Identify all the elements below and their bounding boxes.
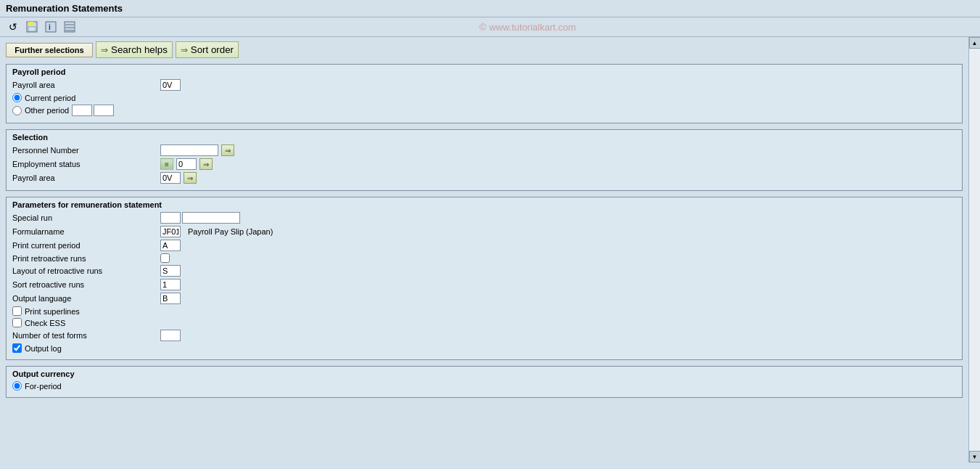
selection-payroll-area-label: Payroll area (12, 174, 157, 182)
current-period-row: Current period (12, 93, 956, 102)
print-retroactive-checkbox[interactable] (160, 253, 170, 263)
print-current-period-row: Print current period (12, 240, 956, 251)
employment-status-label: Employment status (12, 160, 157, 168)
output-log-row: Output log (12, 343, 956, 353)
special-run-row: Special run (12, 212, 956, 224)
for-period-row: For-period (12, 381, 956, 391)
sort-retroactive-input[interactable] (160, 279, 181, 290)
main-content: Further selections ⇒ Search helps ⇒ Sort… (0, 37, 980, 462)
employment-status-nav-icon[interactable]: ⇒ (199, 158, 213, 170)
check-ess-row: Check ESS (12, 318, 956, 327)
selection-header: Selection (12, 133, 956, 142)
other-period-row: Other period (12, 105, 956, 116)
personnel-number-label: Personnel Number (12, 146, 157, 155)
layout-retroactive-input[interactable] (160, 265, 181, 277)
print-superlines-checkbox[interactable] (12, 306, 22, 316)
scroll-area: Further selections ⇒ Search helps ⇒ Sort… (0, 37, 968, 462)
output-language-row: Output language (12, 293, 956, 304)
toolbar: ↺ i © www.tutorialkart.com (0, 17, 980, 37)
payroll-area-row: Payroll area (12, 79, 956, 91)
sort-retroactive-row: Sort retroactive runs (12, 279, 956, 290)
svg-rect-1 (28, 22, 34, 25)
employment-status-row: Employment status ≡ ⇒ (12, 158, 956, 170)
special-run-label: Special run (12, 213, 157, 222)
print-current-period-label: Print current period (12, 241, 157, 250)
svg-text:i: i (49, 23, 51, 31)
current-period-radio[interactable] (12, 93, 22, 102)
info-icon[interactable]: i (44, 20, 58, 34)
svg-rect-2 (28, 27, 36, 31)
layout-retroactive-row: Layout of retroactive runs (12, 265, 956, 277)
formularname-input[interactable] (160, 226, 181, 237)
output-log-label: Output log (25, 344, 62, 353)
svg-rect-3 (46, 22, 56, 32)
scroll-down-button[interactable]: ▼ (969, 451, 981, 462)
number-test-forms-input[interactable] (160, 330, 181, 341)
formularname-row: Formularname Payroll Pay Slip (Japan) (12, 226, 956, 237)
special-run-input2[interactable] (182, 212, 240, 224)
payroll-area-input[interactable] (160, 79, 181, 91)
payroll-period-section: Payroll period Payroll area Current peri… (6, 64, 963, 123)
button-row: Further selections ⇒ Search helps ⇒ Sort… (6, 41, 963, 58)
check-ess-label: Check ESS (25, 319, 65, 327)
print-retroactive-row: Print retroactive runs (12, 253, 956, 263)
for-period-radio[interactable] (12, 381, 22, 391)
personnel-number-row: Personnel Number ⇒ (12, 144, 956, 156)
print-superlines-label: Print superlines (25, 307, 80, 316)
payroll-period-header: Payroll period (12, 68, 956, 76)
other-period-input2[interactable] (94, 105, 114, 116)
scrollbar-right: ▲ ▼ (968, 37, 980, 462)
print-superlines-row: Print superlines (12, 306, 956, 316)
scrollbar-track[interactable] (969, 49, 980, 451)
watermark: © www.tutorialkart.com (479, 22, 576, 33)
formularname-label: Formularname (12, 227, 157, 236)
current-period-label: Current period (25, 94, 75, 102)
output-language-input[interactable] (160, 293, 181, 304)
back-icon[interactable]: ↺ (6, 20, 20, 34)
selection-payroll-area-input[interactable] (160, 172, 181, 184)
title-bar: Remuneration Statements (0, 0, 980, 17)
save-icon[interactable] (25, 20, 39, 34)
for-period-label: For-period (25, 382, 62, 391)
selection-section: Selection Personnel Number ⇒ Employment … (6, 129, 963, 191)
other-period-input1[interactable] (72, 105, 92, 116)
further-selections-button[interactable]: Further selections (6, 43, 93, 57)
output-currency-section: Output currency For-period (6, 366, 963, 398)
other-period-radio[interactable] (12, 106, 22, 115)
payroll-area-label: Payroll area (12, 81, 157, 89)
print-current-period-input[interactable] (160, 240, 181, 251)
output-language-label: Output language (12, 294, 157, 303)
output-currency-header: Output currency (12, 370, 956, 378)
employment-status-input[interactable] (176, 158, 197, 170)
sort-retroactive-label: Sort retroactive runs (12, 280, 157, 289)
parameters-header: Parameters for remuneration statement (12, 200, 956, 209)
layout-retroactive-label: Layout of retroactive runs (12, 266, 157, 275)
check-ess-checkbox[interactable] (12, 318, 22, 327)
parameters-section: Parameters for remuneration statement Sp… (6, 197, 963, 360)
settings-icon[interactable] (62, 20, 77, 34)
output-log-checkbox[interactable] (12, 343, 22, 353)
formularname-desc: Payroll Pay Slip (Japan) (188, 227, 273, 236)
number-test-forms-row: Number of test forms (12, 330, 956, 341)
employment-status-match-icon[interactable]: ≡ (160, 158, 173, 170)
sort-order-button[interactable]: ⇒ Sort order (176, 41, 239, 58)
search-helps-arrow-icon: ⇒ (101, 45, 108, 55)
other-period-label: Other period (25, 106, 69, 115)
personnel-number-input[interactable] (160, 144, 218, 156)
page-title: Remuneration Statements (6, 3, 123, 14)
scroll-up-button[interactable]: ▲ (969, 37, 981, 49)
print-retroactive-label: Print retroactive runs (12, 254, 157, 263)
sort-order-arrow-icon: ⇒ (181, 45, 188, 55)
search-helps-button[interactable]: ⇒ Search helps (96, 41, 173, 58)
selection-payroll-area-row: Payroll area ⇒ (12, 172, 956, 184)
selection-payroll-area-nav-icon[interactable]: ⇒ (184, 172, 197, 184)
special-run-input1[interactable] (160, 212, 181, 224)
number-test-forms-label: Number of test forms (12, 331, 157, 340)
personnel-number-nav-icon[interactable]: ⇒ (221, 144, 234, 156)
